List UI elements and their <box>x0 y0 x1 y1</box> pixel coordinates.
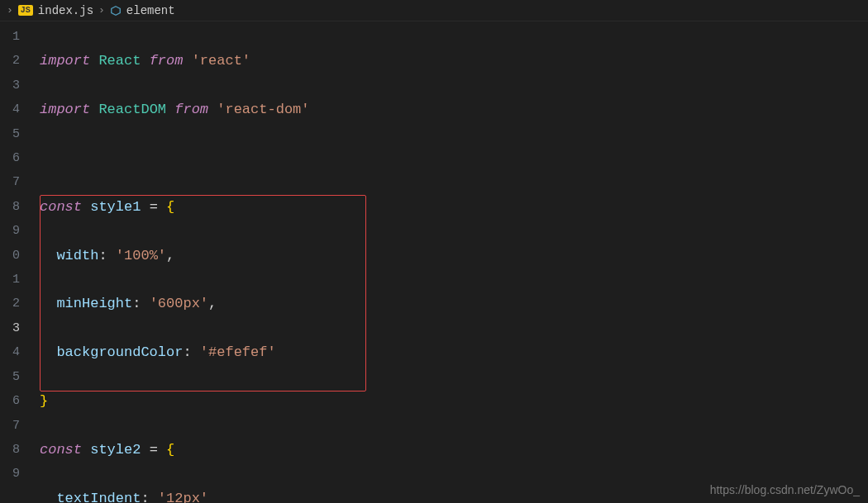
line-number: 2 <box>0 49 25 73</box>
line-number: 8 <box>0 195 25 219</box>
line-number: 7 <box>0 414 25 438</box>
line-number: 7 <box>0 170 25 194</box>
code-area[interactable]: import React from 'react' import ReactDO… <box>25 21 868 503</box>
line-number: 9 <box>0 219 25 243</box>
line-number: 6 <box>0 389 25 413</box>
line-number: 3 <box>0 316 25 340</box>
chevron-icon: › <box>7 4 13 17</box>
breadcrumb-symbol[interactable]: element <box>126 4 175 17</box>
line-number: 1 <box>0 25 25 49</box>
line-number: 8 <box>0 438 25 462</box>
line-number: 4 <box>0 97 25 121</box>
line-number: 9 <box>0 462 25 486</box>
breadcrumb-file[interactable]: index.js <box>38 4 93 17</box>
line-number: 3 <box>0 74 25 97</box>
js-file-icon: JS <box>18 5 33 16</box>
line-gutter: 1 2 3 4 5 6 7 8 9 0 1 2 3 4 5 6 7 8 9 <box>0 21 25 503</box>
watermark-text: https://blog.csdn.net/ZywOo_ <box>710 483 860 496</box>
breadcrumb: › JS index.js › element <box>0 0 868 21</box>
line-number: 5 <box>0 365 25 389</box>
line-number: 4 <box>0 340 25 364</box>
line-number: 5 <box>0 122 25 146</box>
code-editor[interactable]: 1 2 3 4 5 6 7 8 9 0 1 2 3 4 5 6 7 8 9 im… <box>0 21 868 503</box>
line-number: 1 <box>0 268 25 292</box>
line-number: 6 <box>0 146 25 170</box>
chevron-icon: › <box>98 4 105 17</box>
line-number: 2 <box>0 292 25 316</box>
line-number: 0 <box>0 244 25 268</box>
symbol-variable-icon <box>110 5 122 17</box>
